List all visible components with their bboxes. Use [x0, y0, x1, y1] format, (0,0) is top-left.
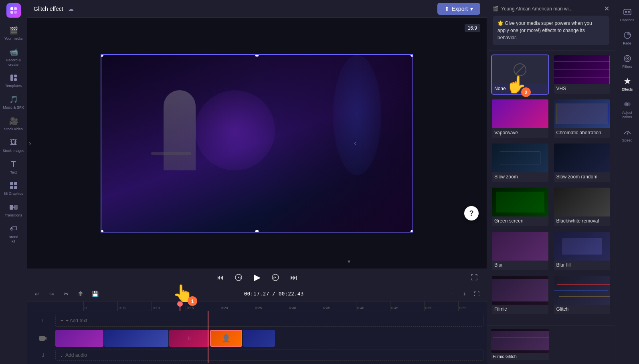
right-collapse-button[interactable]: ‹ — [354, 139, 356, 148]
help-button[interactable]: ? — [464, 206, 479, 220]
sidebar-item-graphics[interactable]: 88 Graphics — [0, 178, 27, 199]
ruler-mark-0: 0 — [83, 301, 117, 311]
sidebar-item-brand-kit[interactable]: 🏷 Brandkit — [0, 221, 27, 247]
right-panel-filters[interactable]: Filters — [615, 51, 639, 72]
effect-blur-fill[interactable]: Blur fill — [553, 231, 611, 271]
close-tooltip-button[interactable]: ✕ — [604, 5, 609, 12]
ruler-mark-40: 0:40 — [356, 301, 390, 311]
sidebar-item-templates[interactable]: Templates — [0, 70, 27, 91]
clip-5[interactable] — [243, 330, 275, 347]
expand-timeline-button[interactable]: ⛶ — [471, 289, 482, 299]
skip-back-button[interactable]: ⏮ — [214, 271, 226, 283]
add-audio-button[interactable]: ♩ Add audio — [55, 350, 483, 361]
effect-slowzoomrnd-thumbnail — [554, 144, 611, 172]
clip-4-content: 👤 — [222, 334, 231, 343]
effect-filmic[interactable]: Filmic — [491, 275, 549, 315]
sidebar-item-your-media[interactable]: 🎬 Your media — [0, 22, 27, 44]
effect-vaporwave-thumbnail — [492, 99, 548, 128]
right-panel-captions[interactable]: Captions — [615, 4, 639, 26]
effect-vhs[interactable]: VHS — [553, 55, 611, 95]
effect-slowzoomrnd-label: Slow zoom random — [554, 172, 611, 182]
play-button[interactable]: ▶ — [251, 271, 263, 283]
svg-rect-18 — [624, 9, 631, 15]
undo-button[interactable]: ↩ — [32, 289, 42, 299]
ruler-mark-25: 0:25 — [254, 301, 288, 311]
tooltip-text: Give your media super powers when you ap… — [497, 20, 592, 40]
left-collapse-button[interactable]: › — [29, 139, 31, 148]
forward-button[interactable]: 5 — [269, 271, 281, 283]
filters-icon — [623, 54, 632, 63]
filmic-glitch-label: Filmic Glitch — [491, 353, 549, 360]
filmic-glitch-row: Filmic Glitch — [487, 325, 615, 364]
zoom-controls: − + ⛶ — [447, 289, 482, 299]
effect-slow-zoom[interactable]: Slow zoom — [491, 143, 549, 183]
speed-icon — [623, 127, 632, 137]
export-chevron-icon: ▾ — [470, 6, 473, 12]
effect-glitch[interactable]: Glitch — [553, 275, 611, 315]
effect-none[interactable]: None — [491, 55, 549, 95]
effect-chromatic-aberration[interactable]: Chromatic aberration — [553, 99, 611, 139]
sidebar-label-your-media: Your media — [4, 36, 22, 41]
sidebar-item-transitions[interactable]: Transitions — [0, 199, 27, 221]
audio-track-icon: ♩ — [30, 352, 55, 358]
rewind-button[interactable]: 5 — [233, 271, 245, 283]
clip-2[interactable] — [104, 330, 168, 347]
effect-filmic-glitch[interactable]: Filmic Glitch — [491, 329, 549, 360]
effects-panel: 🎬 Young African American man wi... ✕ 🌟 G… — [487, 0, 615, 364]
effect-slow-zoom-random[interactable]: Slow zoom random — [553, 143, 611, 183]
effect-black-white-removal[interactable]: Black/white removal — [553, 187, 611, 227]
tooltip-emoji: 🌟 — [497, 20, 505, 26]
captions-icon — [623, 7, 632, 17]
sidebar-label-stock-video: Stock video — [4, 127, 23, 131]
clip-1[interactable] — [55, 330, 103, 347]
add-audio-icon: ♩ — [61, 352, 63, 358]
zoom-in-button[interactable]: + — [459, 289, 470, 299]
effect-green-screen[interactable]: Green screen — [491, 187, 549, 227]
effect-chromatic-label: Chromatic aberration — [554, 128, 611, 138]
right-panel-fade[interactable]: Fade — [615, 27, 639, 49]
fullscreen-button[interactable]: ⛶ — [468, 271, 480, 283]
stock-video-icon: 🎥 — [9, 116, 18, 126]
handle-bottom-center[interactable] — [255, 230, 259, 233]
text-track-label: T — [30, 318, 55, 324]
add-text-plus-icon: + — [61, 318, 63, 324]
add-text-label: + Add text — [66, 318, 87, 324]
clip-4-selected[interactable]: 👤 — [210, 330, 242, 347]
speed-label: Speed — [622, 138, 632, 143]
adjust-colors-label: Adjust colors — [617, 111, 637, 119]
zoom-out-button[interactable]: − — [447, 289, 458, 299]
save-frame-button[interactable]: 💾 — [90, 289, 100, 299]
svg-text:5: 5 — [240, 277, 241, 279]
delete-button[interactable]: 🗑 — [75, 289, 86, 299]
filters-label: Filters — [622, 65, 632, 69]
sidebar-item-music-sfx[interactable]: 🎵 Music & SFX — [0, 91, 27, 113]
sidebar-item-stock-video[interactable]: 🎥 Stock video — [0, 113, 27, 135]
effect-blur[interactable]: Blur — [491, 231, 549, 271]
sidebar-label-record-create: Record &create — [6, 58, 21, 67]
sidebar-item-text[interactable]: T Text — [0, 156, 27, 178]
clip-3[interactable]: ⏸ — [169, 330, 209, 347]
app-logo[interactable] — [6, 3, 21, 18]
svg-rect-21 — [625, 12, 627, 13]
playhead-line[interactable] — [180, 301, 180, 311]
panel-collapse-button[interactable]: ▾ — [348, 258, 350, 265]
top-bar: Glitch effect ☁ ⬆ Export ▾ — [27, 0, 487, 18]
effect-blackwhite-thumbnail — [554, 188, 611, 216]
record-icon: 📹 — [9, 47, 18, 57]
sidebar-label-brand-kit: Brandkit — [8, 235, 18, 244]
export-button[interactable]: ⬆ Export ▾ — [437, 3, 480, 15]
redo-button[interactable]: ↪ — [47, 289, 57, 299]
handle-top-right[interactable] — [410, 54, 413, 57]
effect-vaporwave[interactable]: Vaporwave — [491, 99, 549, 139]
cut-button[interactable]: ✂ — [61, 289, 71, 299]
handle-top-center[interactable] — [255, 54, 259, 57]
sidebar-item-stock-images[interactable]: 🖼 Stock images — [0, 135, 27, 156]
right-panel-effects[interactable]: Effects — [615, 73, 639, 95]
handle-bottom-right[interactable] — [410, 230, 413, 233]
skip-forward-button[interactable]: ⏭ — [288, 271, 300, 283]
add-text-button[interactable]: + + Add text — [55, 315, 483, 327]
right-panel-adjust-colors[interactable]: Adjust colors — [615, 97, 639, 123]
sidebar-item-record-create[interactable]: 📹 Record &create — [0, 44, 27, 70]
sidebar-label-text: Text — [10, 170, 17, 175]
right-panel-speed[interactable]: Speed — [615, 124, 639, 146]
